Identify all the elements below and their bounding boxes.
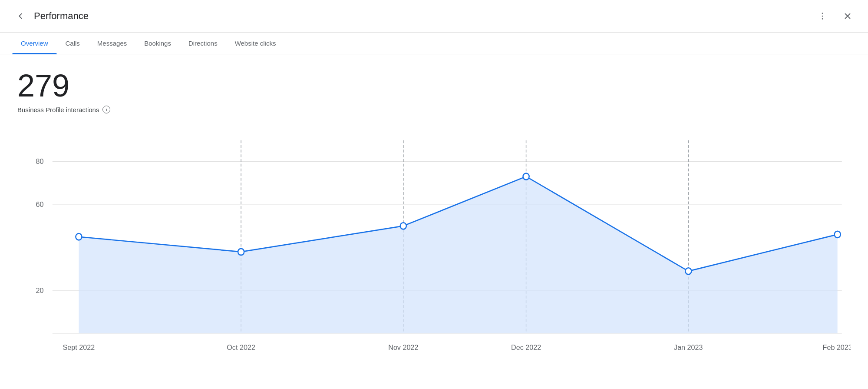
metric-label: Business Profile interactions i — [17, 106, 851, 113]
svg-point-1 — [822, 16, 823, 17]
x-label-dec: Dec 2022 — [511, 343, 541, 352]
x-label-oct: Oct 2022 — [227, 343, 255, 352]
svg-text:60: 60 — [36, 200, 44, 209]
data-point-oct[interactable] — [238, 249, 244, 255]
tab-overview[interactable]: Overview — [12, 33, 57, 54]
info-icon[interactable]: i — [102, 106, 110, 113]
tab-calls[interactable]: Calls — [57, 33, 89, 54]
x-label-sept: Sept 2022 — [63, 343, 95, 352]
close-button[interactable] — [839, 8, 856, 24]
svg-marker-16 — [79, 176, 837, 333]
more-options-button[interactable] — [814, 8, 831, 24]
tab-website-clicks[interactable]: Website clicks — [226, 33, 285, 54]
x-label-jan: Jan 2023 — [674, 343, 703, 352]
performance-chart: 80 60 20 — [17, 131, 851, 357]
data-point-feb[interactable] — [835, 231, 841, 238]
x-label-nov: Nov 2022 — [388, 343, 418, 352]
back-button[interactable] — [12, 8, 29, 24]
svg-point-2 — [822, 18, 823, 20]
svg-text:20: 20 — [36, 286, 44, 295]
data-point-nov[interactable] — [400, 223, 406, 229]
page-title: Performance — [34, 10, 814, 22]
data-point-dec[interactable] — [523, 173, 529, 180]
tab-bar: Overview Calls Messages Bookings Directi… — [0, 33, 868, 54]
chart-container: 80 60 20 — [17, 131, 851, 357]
tab-directions[interactable]: Directions — [180, 33, 226, 54]
tab-messages[interactable]: Messages — [89, 33, 135, 54]
header-actions — [814, 8, 856, 24]
data-point-sept[interactable] — [76, 233, 82, 240]
svg-text:80: 80 — [36, 157, 44, 166]
data-point-jan[interactable] — [685, 268, 691, 274]
main-content: 279 Business Profile interactions i 80 6… — [0, 54, 868, 366]
metric-value: 279 — [17, 70, 851, 101]
header: Performance — [0, 0, 868, 33]
tab-bookings[interactable]: Bookings — [135, 33, 180, 54]
x-label-feb: Feb 2023 — [823, 343, 851, 352]
svg-point-0 — [822, 13, 823, 14]
